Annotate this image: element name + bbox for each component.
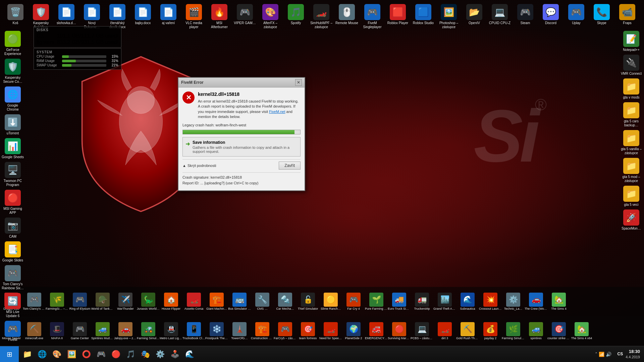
taskbar: ⊞ 📁 🌐 🎨 🖼️ ⭕ 🎮 🔴 🎵 🎭 ⚙️ 🕹️ 🌊 ˄ 📶 🔊 CS 18… bbox=[0, 346, 644, 362]
fivem-error-dialog: FiveM Error ✕ ✕ kernel32.dll+15818 An er… bbox=[178, 77, 305, 191]
save-info-button[interactable]: ➜ Save information Gathers a file with c… bbox=[182, 137, 301, 157]
tb-chrome[interactable]: 🌐 bbox=[35, 347, 49, 361]
crash-signature: Crash signature: kernel32.dll+15818 bbox=[182, 175, 301, 181]
error-icon: ✕ bbox=[182, 92, 195, 104]
windows-logo-icon: ⊞ bbox=[7, 350, 12, 358]
start-button[interactable]: ⊞ bbox=[0, 346, 19, 362]
tb-wave[interactable]: 🌊 bbox=[182, 347, 197, 361]
clock[interactable]: 18:30 4.4.2019 bbox=[626, 349, 640, 360]
tb-circle-app[interactable]: ⭕ bbox=[79, 347, 93, 361]
language-badge[interactable]: CS bbox=[618, 352, 623, 356]
save-info-desc: Gathers a file with crash information to… bbox=[193, 145, 298, 154]
dialog-overlay: FiveM Error ✕ ✕ kernel32.dll+15818 An er… bbox=[0, 0, 644, 362]
tb-steam[interactable]: 🎮 bbox=[94, 347, 108, 361]
fivem-link[interactable]: FiveM.net bbox=[269, 110, 285, 114]
tb-game2[interactable]: 🕹️ bbox=[168, 347, 182, 361]
dialog-titlebar: FiveM Error ✕ bbox=[178, 78, 305, 87]
error-title: kernel32.dll+15818 bbox=[198, 92, 301, 97]
dialog-header: ✕ kernel32.dll+15818 An error at kernel3… bbox=[182, 92, 301, 120]
taskbar-right: CS 18:30 4.4.2019 bbox=[613, 349, 644, 360]
save-arrow-icon: ➜ bbox=[185, 141, 190, 147]
error-body: An error at kernel32.dll+15818 caused Fi… bbox=[198, 99, 301, 120]
zavrit-button[interactable]: Zavřít bbox=[279, 162, 301, 170]
crash-details: Crash signature: kernel32.dll+15818 Repo… bbox=[182, 172, 301, 186]
report-id: Report ID: ... [uploading?] (use Ctrl+C … bbox=[182, 180, 301, 186]
tb-ps[interactable]: 🖼️ bbox=[64, 347, 78, 361]
clock-time: 18:30 bbox=[626, 349, 640, 355]
chevron-up-icon: ▲ bbox=[182, 164, 186, 168]
tb-spotify[interactable]: 🎵 bbox=[123, 347, 138, 361]
dialog-content: ✕ kernel32.dll+15818 An error at kernel3… bbox=[178, 87, 305, 190]
dialog-close-button[interactable]: ✕ bbox=[295, 79, 302, 86]
network-icon[interactable]: 📶 bbox=[599, 352, 604, 357]
volume-icon[interactable]: 🔊 bbox=[606, 352, 611, 357]
dialog-title: FiveM Error bbox=[181, 80, 204, 85]
tb-red-app[interactable]: 🔴 bbox=[109, 347, 123, 361]
tb-settings[interactable]: ⚙️ bbox=[153, 347, 167, 361]
progress-bar-container bbox=[182, 130, 301, 134]
legacy-hash: Legacy crash hash: wolfram-finch-west bbox=[182, 123, 301, 127]
chevron-icon[interactable]: ˄ bbox=[595, 352, 597, 357]
taskbar-running-apps: 📁 🌐 🎨 🖼️ ⭕ 🎮 🔴 🎵 🎭 ⚙️ 🕹️ 🌊 bbox=[19, 346, 593, 362]
dialog-footer: ▲ Skrýt podrobnosti Zavřít bbox=[182, 159, 301, 170]
tb-file-explorer[interactable]: 📁 bbox=[20, 347, 34, 361]
tb-ae[interactable]: 🎨 bbox=[50, 347, 64, 361]
save-info-title: Save information bbox=[193, 140, 298, 145]
toggle-details-label: Skrýt podrobnosti bbox=[187, 164, 216, 168]
tb-game[interactable]: 🎭 bbox=[138, 347, 152, 361]
progress-bar-fill bbox=[183, 130, 294, 134]
clock-date: 4.4.2019 bbox=[626, 355, 640, 360]
toggle-details-button[interactable]: ▲ Skrýt podrobnosti bbox=[182, 164, 216, 168]
notification-area: ˄ 📶 🔊 bbox=[593, 352, 613, 357]
